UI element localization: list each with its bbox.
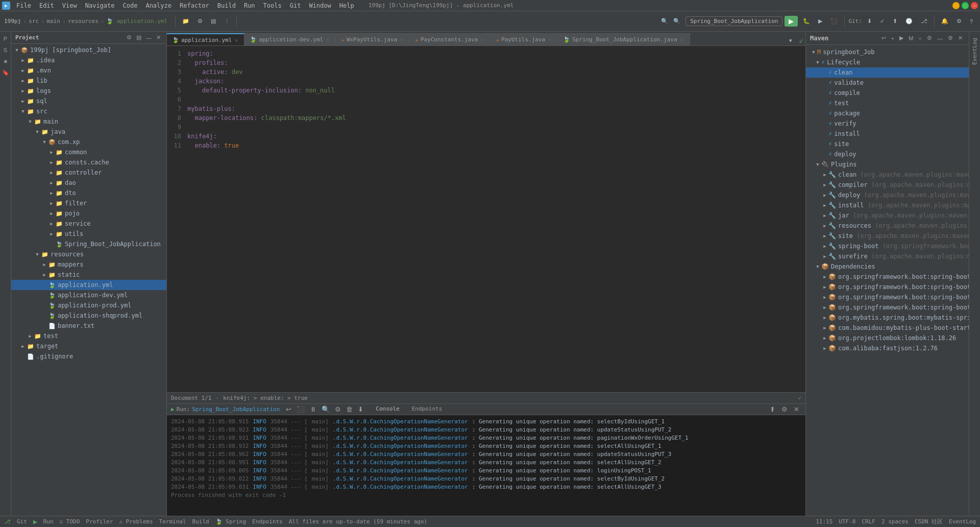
bookmark-strip-btn[interactable]: 🔖	[1, 67, 11, 78]
maven-skip-tests-btn[interactable]: M	[906, 34, 915, 42]
maven-dep-mybatis[interactable]: ▶ 📦 org.mybatis.spring.boot:mybatis-spri…	[806, 313, 969, 323]
maven-dep-mybatis-plus[interactable]: ▶ 📦 com.baomidou:mybatis-plus-boot-start…	[806, 323, 969, 333]
status-terminal-label[interactable]: Terminal	[159, 518, 186, 525]
maven-test[interactable]: ▶ ⚡ test	[806, 98, 969, 108]
log-class[interactable]: .d.S.W.r.0.CachingOperationNameGenerator	[333, 451, 468, 458]
tab-console[interactable]: Console	[370, 402, 405, 417]
help-btn[interactable]: ?	[967, 17, 976, 26]
maven-dep-lombok[interactable]: ▶ 📦 org.projectlombok:lombok:1.18.26	[806, 333, 969, 343]
menu-view[interactable]: View	[58, 1, 81, 10]
status-problems-label[interactable]: ⚠ Problems	[119, 518, 153, 525]
stop-btn[interactable]: ⬛	[827, 16, 841, 26]
tree-pojo[interactable]: ▶ 📁 pojo	[11, 208, 166, 219]
maven-plugin-spring-boot[interactable]: ▶ 🔧 spring-boot (org.springframework.boo…	[806, 241, 969, 251]
console-output[interactable]: 2024-05-08 21:05:08.915 INFO 35844 --- […	[167, 415, 805, 516]
run-config-selector[interactable]: Spring_Boot_JobApplication	[685, 16, 782, 26]
sidebar-gear-btn[interactable]: ⚙	[125, 34, 133, 41]
tree-consts[interactable]: ▶ 📁 consts.cache	[11, 157, 166, 167]
tree-application-prod-yml[interactable]: ▶ 🍃 application-prod.yml	[11, 300, 166, 310]
maven-package[interactable]: ▶ ⚡ package	[806, 108, 969, 118]
tree-logs[interactable]: ▶ 📁 logs	[11, 86, 166, 96]
log-class[interactable]: .d.S.W.r.0.CachingOperationNameGenerator	[333, 435, 468, 441]
maven-dep-web[interactable]: ▶ 📦 org.springframework.boot:spring-boot…	[806, 302, 969, 313]
maven-close-btn[interactable]: ✕	[956, 34, 965, 42]
maven-dep-starter[interactable]: ▶ 📦 org.springframework.boot:spring-boot…	[806, 272, 969, 282]
tree-java[interactable]: ▼ 📁 java	[11, 127, 166, 137]
menu-help[interactable]: Help	[335, 1, 358, 10]
structure-strip-btn[interactable]: S	[1, 45, 11, 55]
tab-payconst-close[interactable]: ✕	[480, 36, 485, 43]
tree-resources[interactable]: ▼ 📁 resources	[11, 249, 166, 259]
status-git-label[interactable]: Git	[17, 518, 27, 525]
status-indent[interactable]: 2 spaces	[881, 518, 909, 525]
run-filter-btn[interactable]: 🔍	[320, 404, 332, 414]
git-push-btn[interactable]: ⬆	[890, 16, 900, 26]
maven-site[interactable]: ▶ ⚡ site	[806, 139, 969, 149]
status-eventlog[interactable]: EventLog	[949, 518, 976, 525]
tab-wxpayutils[interactable]: ☕ WxPayUtils.java ✕	[336, 33, 410, 45]
tree-lib[interactable]: ▶ 📁 lib	[11, 76, 166, 86]
maven-plugin-jar[interactable]: ▶ 🔧 jar (org.apache.maven.plugins:maven-…	[806, 210, 969, 221]
maven-toggle-offline-btn[interactable]: ○	[916, 34, 924, 42]
tab-payutils-close[interactable]: ✕	[547, 36, 552, 43]
tab-application-yml[interactable]: 🍃 application.yml ✕	[167, 33, 244, 45]
panel-maximize-btn[interactable]: ⬆	[768, 404, 777, 414]
tree-controller[interactable]: ▶ 📁 controller	[11, 167, 166, 178]
run-btn[interactable]: ▶	[785, 16, 798, 27]
debug-btn[interactable]: 🐛	[800, 16, 813, 26]
git-commit-btn[interactable]: ✓	[877, 16, 888, 26]
maven-root[interactable]: ▼ M springboot_Job	[806, 47, 969, 57]
panel-settings-icon[interactable]: ⚙	[779, 404, 790, 414]
tree-main[interactable]: ▼ 📁 main	[11, 116, 166, 127]
tree-static[interactable]: ▶ 📁 static	[11, 270, 166, 280]
event-log-label[interactable]: EventLog	[971, 34, 978, 69]
project-strip-btn[interactable]: P	[1, 34, 11, 44]
tree-idea[interactable]: ▶ 📁 .idea	[11, 55, 166, 65]
tree-src[interactable]: ▼ 📁 src	[11, 106, 166, 116]
log-class[interactable]: .d.S.W.r.0.CachingOperationNameGenerator	[333, 443, 468, 449]
run-scroll-btn[interactable]: ⬇	[356, 404, 365, 414]
git-history-btn[interactable]: 🕐	[902, 16, 916, 26]
run-stop-btn[interactable]: ⬛	[295, 404, 307, 414]
status-line-sep[interactable]: CRLF	[862, 518, 875, 525]
maximize-btn[interactable]: □	[962, 2, 969, 9]
run-rerun-btn[interactable]: ↩	[284, 404, 293, 414]
tab-recent-btn[interactable]: ▾	[786, 36, 795, 45]
tree-target[interactable]: ▶ 📁 target	[11, 341, 166, 351]
tree-application-shqprod-yml[interactable]: ▶ 🍃 application-shqprod.yml	[11, 310, 166, 321]
tree-dao[interactable]: ▶ 📁 dao	[11, 178, 166, 188]
toolbar-settings-btn[interactable]: ⚙	[194, 16, 206, 26]
maven-dep-tomcat[interactable]: ▶ 📦 org.springframework.boot:spring-boot…	[806, 292, 969, 302]
log-class[interactable]: .d.S.W.r.0.CachingOperationNameGenerator	[333, 418, 468, 425]
tree-gitignore[interactable]: ▶ 📄 .gitignore	[11, 351, 166, 362]
tab-payconstants[interactable]: ☕ PayConstants.java ✕	[410, 33, 491, 45]
tree-filter[interactable]: ▶ 📁 filter	[11, 198, 166, 208]
sidebar-close-btn[interactable]: ✕	[155, 34, 162, 41]
maven-plugin-compiler[interactable]: ▶ 🔧 compiler (org.apache.maven.plugins:m…	[806, 180, 969, 190]
maven-plugin-surefire[interactable]: ▶ 🔧 surefire (org.apache.maven.plugins:m…	[806, 251, 969, 261]
tree-mvn[interactable]: ▶ 📁 .mvn	[11, 65, 166, 76]
log-class[interactable]: .d.S.W.r.0.CachingOperationNameGenerator	[333, 459, 468, 466]
maven-dependencies-section[interactable]: ▼ 📦 Dependencies	[806, 261, 969, 272]
maven-plugin-resources[interactable]: ▶ 🔧 resources (org.apache.maven.plugins:…	[806, 221, 969, 231]
tree-application-yml[interactable]: ▶ 🍃 application.yml	[11, 280, 166, 290]
toolbar-layout-btn[interactable]: ▤	[208, 16, 219, 26]
tab-springbootapp[interactable]: 🍃 Spring_Boot_JobApplication.java ✕	[558, 33, 690, 45]
maven-dep-starter-test[interactable]: ▶ 📦 org.springframework.boot:spring-boot…	[806, 282, 969, 292]
menu-refactor[interactable]: Refactor	[176, 1, 213, 10]
sidebar-collapse-btn[interactable]: —	[144, 34, 153, 41]
log-class[interactable]: .d.S.W.r.0.CachingOperationNameGenerator	[333, 426, 468, 433]
project-selector[interactable]: 199pj	[4, 18, 21, 25]
panel-close-btn[interactable]: ✕	[792, 404, 801, 414]
status-todo-label[interactable]: ☑ TODO	[60, 518, 80, 525]
menu-edit[interactable]: Edit	[35, 1, 58, 10]
tree-service[interactable]: ▶ 📁 service	[11, 219, 166, 229]
maven-collapse-btn[interactable]: —	[935, 34, 945, 42]
log-class[interactable]: .d.S.W.r.0.CachingOperationNameGenerator	[333, 484, 468, 490]
maven-compile[interactable]: ▶ ⚡ compile	[806, 88, 969, 98]
maven-dep-fastjson[interactable]: ▶ 📦 com.alibaba:fastjson:1.2.76	[806, 343, 969, 353]
git-update-btn[interactable]: ⬇	[864, 16, 875, 26]
run-resume-btn[interactable]: ⏸	[308, 404, 318, 414]
maven-deploy[interactable]: ▶ ⚡ deploy	[806, 149, 969, 159]
maven-install[interactable]: ▶ ⚡ install	[806, 129, 969, 139]
